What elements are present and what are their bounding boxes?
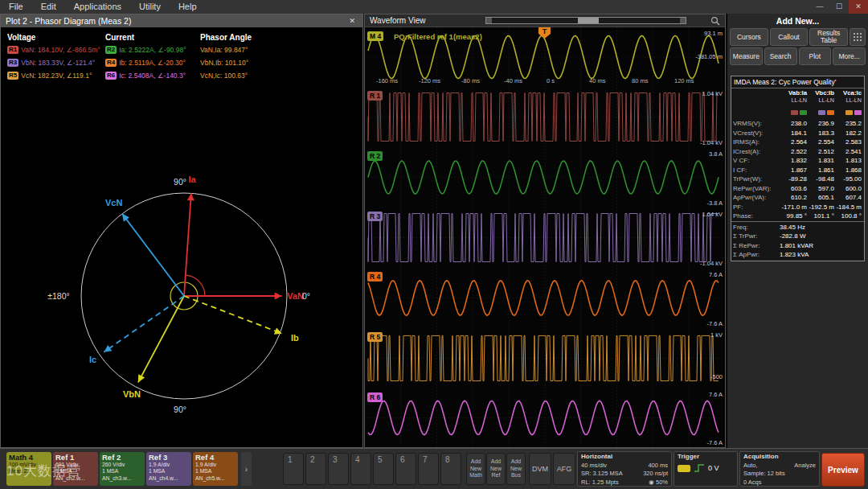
- menu-applications[interactable]: Applications: [65, 0, 130, 14]
- dot: [857, 36, 858, 38]
- time-axis-label: -120 ms: [419, 77, 440, 84]
- channel-button-7[interactable]: 7: [418, 453, 439, 485]
- horizontal-panel[interactable]: Horizontal 40 ms/div400 ms SR: 3.125 MSA…: [577, 451, 672, 487]
- results-column-chips: [834, 104, 862, 118]
- channel-button-8[interactable]: 8: [440, 453, 461, 485]
- channel-button-2[interactable]: 2: [305, 453, 326, 485]
- horizontal-title: Horizontal: [581, 453, 668, 460]
- scrollbar-thumb[interactable]: [578, 18, 599, 23]
- channel-badge[interactable]: R6: [105, 72, 117, 80]
- vertical-axis-label: 7.6 A: [709, 391, 723, 398]
- display-settings-button[interactable]: [850, 28, 866, 46]
- menu-edit[interactable]: Edit: [32, 0, 65, 14]
- source-chip: [791, 110, 798, 115]
- scroll-right-arrow[interactable]: [680, 18, 686, 23]
- channel-chip-ref4[interactable]: Ref 41.9 A/div1 MSAAN_ch5.w...: [193, 452, 238, 486]
- track-badge-r6[interactable]: R 6: [367, 392, 383, 402]
- channel-button-5[interactable]: 5: [373, 453, 394, 485]
- add-new-bus-button[interactable]: Add New Bus: [506, 453, 526, 485]
- maximize-button[interactable]: ☐: [829, 0, 849, 14]
- channel-badge[interactable]: R4: [105, 59, 117, 67]
- phasor-angle-cell: VcN,Ic: 100.63°: [200, 72, 356, 80]
- results-row-label: IRMS(A):: [733, 138, 780, 147]
- channel-button-3[interactable]: 3: [328, 453, 349, 485]
- summary-row: Σ ApPwr:1.823 kVA: [733, 250, 862, 260]
- acquisition-sample: Sample: 12 bits: [743, 470, 785, 477]
- results-value: 183.3: [807, 129, 834, 138]
- channel-chip-ref2[interactable]: Ref 2260 V/div1 MSAAN_ch3.w...: [100, 452, 145, 486]
- close-icon[interactable]: ✕: [346, 17, 358, 25]
- acquisition-panel[interactable]: Acquisition Auto,Analyze Sample: 12 bits…: [739, 451, 820, 487]
- trigger-panel[interactable]: Trigger 0 V: [674, 451, 738, 487]
- add-new-math-button[interactable]: Add New Math: [466, 453, 485, 485]
- results-value: 2.564: [780, 138, 807, 147]
- waveform-grid-area[interactable]: M 4PQ:Filtered ref 1(meas2)93.1 m-381.05…: [365, 27, 725, 447]
- results-row: VRMS(V):238.0236.9235.2: [731, 119, 864, 129]
- more--button[interactable]: More...: [833, 47, 866, 65]
- track-badge-r3[interactable]: R 3: [367, 212, 383, 221]
- results-value: 2.554: [807, 138, 834, 147]
- waveform-overlays: M 4PQ:Filtered ref 1(meas2)93.1 m-381.05…: [365, 27, 725, 447]
- search-button[interactable]: Search: [764, 47, 797, 65]
- results-row: ApPwr(VA):610.2605.1607.4: [731, 193, 864, 203]
- channel-name: Ref 2: [102, 453, 142, 462]
- phasor-window-titlebar[interactable]: Plot 2 - Phasor Diagram (Meas 2) ✕: [1, 14, 362, 27]
- channel-badge[interactable]: R2: [105, 46, 117, 54]
- results-column-bottom: LL-LN: [780, 97, 807, 104]
- channel-badge[interactable]: R3: [7, 59, 18, 67]
- track-badge-r2[interactable]: R 2: [367, 151, 383, 161]
- results-value: 1.831: [807, 156, 834, 166]
- time-axis-label: 120 ms: [674, 77, 694, 84]
- cursors-button[interactable]: Cursors: [730, 28, 768, 46]
- results-table-button[interactable]: Results Table: [809, 28, 848, 46]
- channel-detail: 1.9 A/div: [149, 462, 189, 468]
- results-header-row: Vab:IaLL-LNVbc:IbLL-LNVca:IcLL-LN: [731, 88, 864, 119]
- minimize-button[interactable]: —: [810, 0, 829, 14]
- channel-badge[interactable]: R5: [7, 72, 18, 80]
- time-axis-label: -80 ms: [461, 77, 480, 84]
- dvm-button[interactable]: DVM: [529, 453, 551, 485]
- results-value: 2.512: [807, 147, 834, 157]
- vector-arrowhead: [275, 293, 282, 300]
- plot-button[interactable]: Plot: [799, 47, 832, 65]
- current-value: Ib: 2.5119A, ∠-20.30°: [119, 59, 186, 67]
- acquisition-analyze: Analyze: [794, 462, 816, 469]
- voltage-cell: R3VbN: 183.33V, ∠-121.4°: [7, 59, 105, 67]
- zoom-icon[interactable]: [710, 16, 720, 26]
- grid-dots-icon: [853, 32, 862, 42]
- vertical-axis-label: -500: [710, 373, 723, 380]
- channel-chip-ref3[interactable]: Ref 31.9 A/div1 MSAAN_ch4.w...: [146, 452, 191, 486]
- measure-button[interactable]: Measure: [730, 47, 763, 65]
- track-badge-r4[interactable]: R 4: [367, 272, 383, 281]
- afg-button[interactable]: AFG: [553, 453, 575, 485]
- menu-file[interactable]: File: [0, 0, 32, 14]
- preview-button[interactable]: Preview: [821, 453, 865, 487]
- vector-ic: [104, 296, 184, 352]
- voltage-value: VbN: 183.33V, ∠-121.4°: [21, 59, 95, 67]
- channels-expander-button[interactable]: ›: [241, 452, 252, 486]
- source-chip: [845, 110, 853, 115]
- add-new-ref-button[interactable]: Add New Ref: [486, 453, 506, 485]
- menu-help[interactable]: Help: [170, 0, 206, 14]
- power-quality-results-panel[interactable]: IMDA Meas 2: Cyc Power Quality' Vab:IaLL…: [731, 76, 865, 261]
- close-button[interactable]: ✕: [849, 0, 868, 14]
- trigger-title: Trigger: [678, 453, 734, 460]
- scroll-left-arrow[interactable]: [486, 18, 492, 23]
- channel-button-6[interactable]: 6: [395, 453, 416, 485]
- channel-detail: 1.9 A/div: [195, 462, 235, 468]
- results-row: V CF:1.8321.8311.813: [731, 156, 864, 166]
- source-chip: [818, 110, 825, 115]
- horizontal-position: ◉ 50%: [649, 479, 668, 486]
- track-badge-r5[interactable]: R 5: [367, 332, 383, 342]
- track-badge-r1[interactable]: R 1: [367, 91, 383, 101]
- track-badge-m4[interactable]: M 4: [367, 31, 383, 41]
- horizontal-scrollbar[interactable]: [485, 17, 686, 24]
- channel-badge[interactable]: R1: [7, 46, 18, 54]
- channel-button-1[interactable]: 1: [283, 453, 304, 485]
- channel-button-4[interactable]: 4: [350, 453, 371, 485]
- menu-utility[interactable]: Utility: [130, 0, 170, 14]
- summary-label: Σ RePwr:: [733, 241, 780, 251]
- trigger-source-chip[interactable]: [678, 465, 690, 472]
- results-row-label: PF:: [733, 203, 780, 212]
- callout-button[interactable]: Callout: [770, 28, 809, 46]
